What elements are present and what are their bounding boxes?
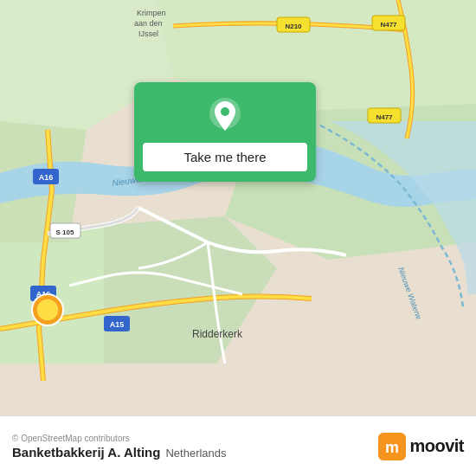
svg-text:IJssel: IJssel (138, 29, 158, 38)
svg-point-28 (36, 299, 59, 321)
svg-text:m: m (385, 439, 399, 456)
location-info: © OpenStreetMap contributors Banketbakke… (12, 434, 227, 460)
take-me-there-overlay: Take me there (134, 82, 316, 182)
copyright-text: © OpenStreetMap contributors (12, 434, 227, 443)
svg-text:N477: N477 (376, 113, 393, 121)
location-name: Banketbakkerij A. Alting (12, 445, 160, 460)
location-pin-icon (207, 98, 243, 134)
svg-text:N210: N210 (285, 23, 302, 30)
svg-text:A16: A16 (39, 173, 54, 182)
action-card: Take me there (134, 82, 316, 182)
svg-text:N477: N477 (380, 21, 397, 29)
moovit-logo: m moovit (378, 433, 464, 460)
map-view: A16 A16 A15 S 105 N210 N477 N477 Nieuwe … (0, 0, 476, 415)
bottom-info-bar: © OpenStreetMap contributors Banketbakke… (0, 415, 476, 476)
svg-text:Ridderkerk: Ridderkerk (192, 328, 243, 340)
svg-text:Krimpen: Krimpen (137, 9, 166, 17)
svg-text:aan den: aan den (134, 19, 163, 28)
moovit-logo-text: moovit (409, 436, 464, 456)
take-me-there-button[interactable]: Take me there (143, 143, 307, 171)
svg-text:A15: A15 (110, 320, 125, 329)
location-country: Netherlands (165, 447, 226, 460)
svg-text:S 105: S 105 (56, 228, 74, 236)
svg-point-31 (221, 107, 229, 116)
moovit-logo-icon: m (378, 433, 406, 460)
